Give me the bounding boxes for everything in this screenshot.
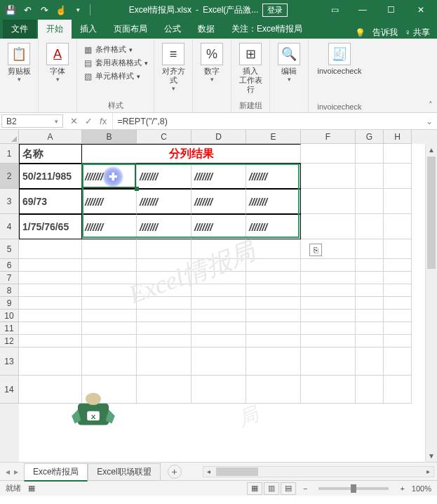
cell-F6[interactable] xyxy=(301,259,356,272)
cell-G4[interactable] xyxy=(356,214,384,239)
expand-formula-bar-icon[interactable]: ⌄ xyxy=(422,113,437,129)
col-header-D[interactable]: D xyxy=(191,130,246,144)
col-header-H[interactable]: H xyxy=(384,130,412,144)
close-button[interactable]: ✕ xyxy=(405,0,437,20)
cell-H6[interactable] xyxy=(384,259,412,272)
cell-D6[interactable] xyxy=(191,259,246,272)
cell-E10[interactable] xyxy=(246,310,301,322)
row-header-7[interactable]: 7 xyxy=(0,272,19,284)
cell-A6[interactable] xyxy=(19,259,82,272)
cell-E9[interactable] xyxy=(246,297,301,310)
cell-B4[interactable]: /////// xyxy=(82,214,137,239)
scroll-left-icon[interactable]: ◂ xyxy=(203,467,215,477)
cell-B8[interactable] xyxy=(82,284,137,297)
cell-H1[interactable] xyxy=(384,144,412,164)
cell-F13[interactable] xyxy=(301,347,356,376)
cell-E11[interactable] xyxy=(246,322,301,335)
cell-D5[interactable] xyxy=(191,239,246,259)
cell-G3[interactable] xyxy=(356,189,384,214)
tab-data[interactable]: 数据 xyxy=(189,20,223,39)
cell-H12[interactable] xyxy=(384,335,412,347)
cell-A10[interactable] xyxy=(19,310,82,322)
cell-D7[interactable] xyxy=(191,272,246,284)
conditional-formatting-button[interactable]: ▦条件格式 ▾ xyxy=(83,44,133,55)
insert-rows-button[interactable]: ⊞ 插入工作表行 xyxy=(237,41,264,95)
cell-A5[interactable] xyxy=(19,239,82,259)
cell-G13[interactable] xyxy=(356,347,384,376)
redo-icon[interactable]: ↷ xyxy=(38,4,51,16)
undo-icon[interactable]: ↶ xyxy=(21,4,34,16)
cell-F2[interactable] xyxy=(301,164,356,189)
row-header-8[interactable]: 8 xyxy=(0,284,19,297)
ribbon-options-icon[interactable]: ▭ xyxy=(321,0,349,20)
cell-C8[interactable] xyxy=(137,284,191,297)
cell-E13[interactable] xyxy=(246,347,301,376)
cell-H9[interactable] xyxy=(384,297,412,310)
tab-formulas[interactable]: 公式 xyxy=(156,20,189,39)
cell-D13[interactable] xyxy=(191,347,246,376)
cell-B10[interactable] xyxy=(82,310,137,322)
select-all-corner[interactable] xyxy=(0,130,19,144)
collapse-ribbon-icon[interactable]: ˄ xyxy=(429,100,433,110)
tellme-label[interactable]: 告诉我 xyxy=(372,27,398,39)
cell-styles-button[interactable]: ▧单元格样式 ▾ xyxy=(83,71,140,81)
hscroll-thumb[interactable] xyxy=(216,467,258,476)
cell-A1[interactable]: 名称 xyxy=(19,144,82,164)
cell-C5[interactable] xyxy=(137,239,191,259)
cell-F14[interactable] xyxy=(301,376,356,404)
cell-D10[interactable] xyxy=(191,310,246,322)
scroll-right-icon[interactable]: ▸ xyxy=(422,467,433,477)
pagebreak-view-button[interactable]: ▤ xyxy=(281,482,296,495)
font-button[interactable]: A 字体 ▾ xyxy=(44,41,71,83)
col-header-G[interactable]: G xyxy=(356,130,384,144)
cell-D9[interactable] xyxy=(191,297,246,310)
cell-C2[interactable]: /////// xyxy=(137,164,191,189)
cell-H8[interactable] xyxy=(384,284,412,297)
cell-A11[interactable] xyxy=(19,322,82,335)
row-header-11[interactable]: 11 xyxy=(0,322,19,335)
cell-D14[interactable] xyxy=(191,376,246,404)
tab-home[interactable]: 开始 xyxy=(38,20,72,39)
normal-view-button[interactable]: ▦ xyxy=(247,482,262,495)
sheet-tab-active[interactable]: Excel情报局 xyxy=(24,463,88,482)
cell-A4[interactable]: 1/75/76/65 xyxy=(19,214,82,239)
invoicecheck-button[interactable]: 🧾 invoicecheck xyxy=(314,41,365,76)
minimize-button[interactable]: — xyxy=(349,0,377,20)
row-header-9[interactable]: 9 xyxy=(0,297,19,310)
cell-F4[interactable] xyxy=(301,214,356,239)
cell-C13[interactable] xyxy=(137,347,191,376)
add-sheet-button[interactable]: + xyxy=(168,465,182,479)
cell-A3[interactable]: 69/73 xyxy=(19,189,82,214)
cancel-formula-icon[interactable]: ✕ xyxy=(70,116,78,126)
cell-B9[interactable] xyxy=(82,297,137,310)
col-header-F[interactable]: F xyxy=(301,130,356,144)
cell-C14[interactable] xyxy=(137,376,191,404)
cell-G6[interactable] xyxy=(356,259,384,272)
fill-handle[interactable] xyxy=(135,187,139,191)
scroll-thumb[interactable] xyxy=(427,157,436,269)
cell-B6[interactable] xyxy=(82,259,137,272)
lightbulb-icon[interactable]: 💡 xyxy=(355,28,365,38)
paste-button[interactable]: 📋 剪贴板 ▾ xyxy=(6,41,32,83)
sheet-tab-other[interactable]: Excel职场联盟 xyxy=(88,463,160,481)
autofill-options-button[interactable]: ⎘ xyxy=(309,244,322,256)
cell-F3[interactable] xyxy=(301,189,356,214)
cell-F1[interactable] xyxy=(301,144,356,164)
formula-input[interactable]: =REPT("/",8) xyxy=(112,113,422,129)
qat-dropdown-icon[interactable]: ▾ xyxy=(72,4,84,16)
row-header-12[interactable]: 12 xyxy=(0,335,19,347)
cell-C3[interactable]: /////// xyxy=(137,189,191,214)
cell-F12[interactable] xyxy=(301,335,356,347)
cell-H5[interactable] xyxy=(384,239,412,259)
zoom-slider[interactable] xyxy=(318,487,389,490)
scroll-down-icon[interactable]: ▼ xyxy=(426,450,437,462)
cell-E5[interactable] xyxy=(246,239,301,259)
sheet-prev-icon[interactable]: ◂ xyxy=(6,467,10,477)
cell-D2[interactable]: /////// xyxy=(191,164,246,189)
macro-record-icon[interactable]: ▦ xyxy=(28,484,35,493)
cell-F10[interactable] xyxy=(301,310,356,322)
row-header-3[interactable]: 3 xyxy=(0,189,19,214)
cell-D11[interactable] xyxy=(191,322,246,335)
zoom-out-button[interactable]: − xyxy=(303,484,307,493)
share-button[interactable]: ♀ 共享 xyxy=(405,27,430,39)
